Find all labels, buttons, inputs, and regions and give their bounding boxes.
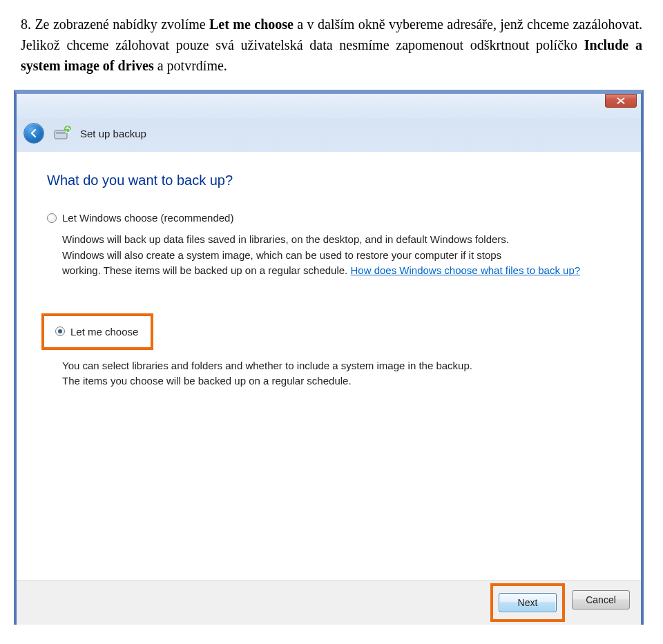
option-desc-let-me-choose: You can select libraries and folders and… [47,358,611,389]
option-windows-choose: Let Windows choose (recommended) Windows… [47,212,611,279]
opt1-line3a: working. These items will be backed up o… [62,264,350,276]
radio-label-let-me-choose: Let me choose [70,326,138,338]
svg-rect-0 [55,130,67,139]
instruction-bold1: Let me choose [209,17,294,32]
opt2-line1: You can select libraries and folders and… [62,360,472,371]
option-let-me-choose: Let me choose You can select libraries a… [47,313,611,389]
highlight-next: Next [490,583,565,622]
backup-icon [52,125,72,142]
titlebar [17,94,641,119]
svg-rect-1 [56,132,66,134]
option-desc-windows-choose: Windows will back up data files saved in… [47,232,611,279]
cancel-button[interactable]: Cancel [572,590,630,609]
backup-dialog: Set up backup What do you want to back u… [14,90,644,625]
arrow-left-icon [29,128,39,138]
close-button[interactable] [605,94,637,108]
page-heading: What do you want to back up? [47,173,611,188]
instruction-paragraph: 8. Ze zobrazené nabídky zvolíme Let me c… [21,14,642,76]
instruction-number: 8. [21,17,31,32]
instruction-post: a potvrdíme. [154,58,227,73]
back-button[interactable] [23,123,44,144]
radio-windows-choose[interactable] [47,213,57,223]
content-pane: What do you want to back up? Let Windows… [17,152,641,580]
button-bar: Next Cancel [17,580,641,625]
opt2-line2: The items you choose will be backed up o… [62,375,352,387]
radio-row-windows-choose[interactable]: Let Windows choose (recommended) [47,212,611,224]
nav-row: Set up backup [17,119,641,152]
close-icon [617,97,625,104]
radio-label-windows-choose: Let Windows choose (recommended) [62,212,233,224]
highlight-let-me-choose: Let me choose [41,313,153,350]
opt1-line1: Windows will back up data files saved in… [62,233,509,245]
opt1-line2: Windows will also create a system image,… [62,249,501,261]
help-link[interactable]: How does Windows choose what files to ba… [350,264,580,276]
dialog-title: Set up backup [80,128,146,139]
next-button[interactable]: Next [499,593,557,612]
instruction-pre: Ze zobrazené nabídky zvolíme [35,17,209,32]
radio-let-me-choose[interactable] [55,326,65,336]
